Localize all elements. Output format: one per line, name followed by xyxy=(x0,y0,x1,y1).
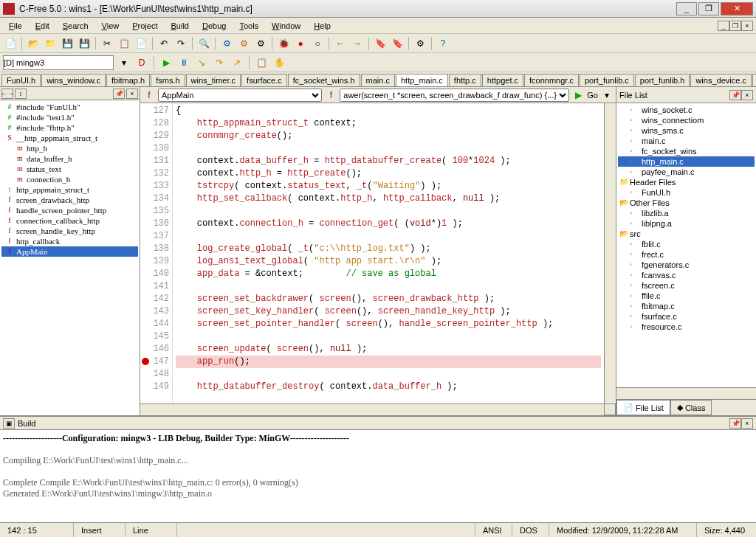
nav-back-button[interactable]: ← xyxy=(333,36,348,51)
file-list-item[interactable]: 📂Other Files xyxy=(618,198,755,208)
menu-project[interactable]: Project xyxy=(126,20,163,32)
open-button[interactable]: 📂 xyxy=(26,36,41,51)
debug-toggle-button[interactable]: 🐞 xyxy=(276,36,291,51)
file-list-item[interactable]: ▫http_main.c xyxy=(618,156,755,167)
file-list-pin-button[interactable]: 📌 xyxy=(729,90,741,100)
file-list-tree[interactable]: ▫wins_socket.c▫wins_connectiom▫wins_sms.… xyxy=(616,103,756,387)
menu-file[interactable]: File xyxy=(3,20,28,32)
document-tab[interactable]: fconnmngr.c xyxy=(524,74,579,86)
file-list-item[interactable]: ▫fc_socket_wins xyxy=(618,146,755,156)
pause-button[interactable]: ⏸ xyxy=(176,55,191,70)
file-list-item[interactable]: ▫fsurface.c xyxy=(618,311,755,322)
document-tab[interactable]: port_funlib.c xyxy=(580,74,634,86)
breakpoint-button[interactable]: ● xyxy=(293,36,308,51)
menu-build[interactable]: Build xyxy=(165,20,195,32)
menu-edit[interactable]: Edit xyxy=(30,20,55,32)
outline-item[interactable]: ##include "FunUI.h" xyxy=(1,102,138,112)
file-list-item[interactable]: 📂src xyxy=(618,229,755,239)
vertical-scrollbar[interactable] xyxy=(604,103,616,403)
menu-tools[interactable]: Tools xyxy=(233,20,264,32)
compile-button[interactable]: ⚙ xyxy=(219,36,234,51)
document-tab[interactable]: fbitmap.h xyxy=(106,74,150,86)
line-gutter[interactable]: 1271281291301311321331341351361371381391… xyxy=(140,103,173,403)
file-list-item[interactable]: ▫FunUI.h xyxy=(618,187,755,198)
outline-item[interactable]: mconnection_h xyxy=(1,174,138,184)
breakpoint-clear-button[interactable]: ○ xyxy=(310,36,325,51)
file-list-item[interactable]: ▫wins_connectiom xyxy=(618,115,755,125)
menu-window[interactable]: Window xyxy=(266,20,306,32)
close-button[interactable]: ✕ xyxy=(721,2,753,15)
help-button[interactable]: ? xyxy=(436,36,450,51)
paste-button[interactable]: 📄 xyxy=(134,36,148,51)
output-button[interactable]: 📋 xyxy=(254,55,269,70)
right-panel-tab[interactable]: ◆Class xyxy=(670,400,712,415)
document-tab[interactable]: fhttp.c xyxy=(449,74,481,86)
document-tab[interactable]: httpget.c xyxy=(482,74,523,86)
file-list-item[interactable]: ▫fbitmap.c xyxy=(618,301,755,311)
breakpoint-icon[interactable] xyxy=(142,358,149,365)
file-list-item[interactable]: ▫frect.c xyxy=(618,249,755,260)
config-combo[interactable] xyxy=(3,55,114,70)
find-button[interactable]: 🔍 xyxy=(196,36,211,51)
mdi-minimize-button[interactable]: _ xyxy=(718,21,729,31)
build-button[interactable]: ⚙ xyxy=(236,36,251,51)
maximize-button[interactable]: ❐ xyxy=(698,2,719,15)
file-list-hscroll[interactable] xyxy=(616,387,756,399)
file-list-item[interactable]: ▫libzlib.a xyxy=(618,208,755,218)
document-tab[interactable]: fsurface.c xyxy=(241,74,287,86)
undo-button[interactable]: ↶ xyxy=(157,36,171,51)
file-list-item[interactable]: 📁Header Files xyxy=(618,177,755,187)
document-tab[interactable]: wins_window.c xyxy=(41,74,106,86)
document-tab[interactable]: wins_timer.c xyxy=(186,74,241,86)
outline-item[interactable]: mhttp_h xyxy=(1,143,138,153)
save-all-button[interactable]: 💾 xyxy=(77,36,92,51)
mdi-close-button[interactable]: × xyxy=(741,21,753,31)
step-over-button[interactable]: ↷ xyxy=(212,55,227,70)
outline-item[interactable]: ##include "test1.h" xyxy=(1,112,138,122)
outline-item[interactable]: fhttp_callback xyxy=(1,236,138,246)
file-list-item[interactable]: ▫liblpng.a xyxy=(618,218,755,229)
config-dropdown-button[interactable]: ▾ xyxy=(117,55,131,70)
outline-pin-button[interactable]: 📌 xyxy=(113,89,125,99)
document-tab[interactable]: wins_device.c xyxy=(690,74,751,86)
document-tab[interactable]: FunUI.h xyxy=(1,74,41,86)
file-list-item[interactable]: ▫wins_socket.c xyxy=(618,105,755,115)
file-list-item[interactable]: ▫main.c xyxy=(618,136,755,146)
horizontal-scrollbar[interactable] xyxy=(173,403,604,415)
file-list-close-button[interactable]: × xyxy=(741,90,753,100)
outline-item[interactable]: S__http_appmain_struct_t xyxy=(1,133,138,143)
go-dropdown[interactable]: ▾ xyxy=(599,88,614,103)
build-pin-button[interactable]: 📌 xyxy=(729,418,741,429)
document-tab[interactable]: port_funlib.h xyxy=(635,74,690,86)
outline-tree[interactable]: ##include "FunUI.h"##include "test1.h"##… xyxy=(0,100,140,415)
step-into-button[interactable]: ↘ xyxy=(194,55,209,70)
code-editor[interactable]: { http_appmain_struct_t context; connmng… xyxy=(173,103,604,403)
document-tab[interactable]: win xyxy=(752,74,756,86)
menu-debug[interactable]: Debug xyxy=(196,20,232,32)
outline-item[interactable]: fscreen_drawback_http xyxy=(1,195,138,205)
open-project-button[interactable]: 📁 xyxy=(43,36,58,51)
build-output[interactable]: --------------------Configuration: mingw… xyxy=(0,430,756,522)
document-tab[interactable]: main.c xyxy=(361,74,395,86)
right-panel-tab[interactable]: 📄File List xyxy=(616,400,670,415)
outline-item[interactable]: mstatus_text xyxy=(1,164,138,174)
redo-button[interactable]: ↷ xyxy=(173,36,188,51)
outline-item[interactable]: fscreen_handle_key_http xyxy=(1,226,138,236)
config-edit-button[interactable]: D xyxy=(134,55,149,70)
bookmark-next-button[interactable]: 🔖 xyxy=(390,36,405,51)
rebuild-button[interactable]: ⚙ xyxy=(253,36,268,51)
file-list-item[interactable]: ▫wins_sms.c xyxy=(618,125,755,136)
build-close-button[interactable]: × xyxy=(741,418,753,429)
file-list-item[interactable]: ▫fblit.c xyxy=(618,239,755,249)
bookmark-button[interactable]: 🔖 xyxy=(373,36,388,51)
menu-search[interactable]: Search xyxy=(57,20,94,32)
file-list-item[interactable]: ▫fcanvas.c xyxy=(618,270,755,280)
outline-collapse-button[interactable]: ←→ xyxy=(1,89,13,99)
run-button[interactable]: ▶ xyxy=(159,55,173,70)
go-button[interactable]: Go xyxy=(587,91,598,100)
cut-button[interactable]: ✂ xyxy=(100,36,114,51)
mdi-restore-button[interactable]: ❐ xyxy=(729,21,741,31)
member-combo[interactable]: awer(screen_t *screen, screen_drawback_f… xyxy=(340,89,569,102)
outline-item[interactable]: mdata_buffer_h xyxy=(1,153,138,164)
outline-item[interactable]: ##include "fhttp.h" xyxy=(1,122,138,133)
